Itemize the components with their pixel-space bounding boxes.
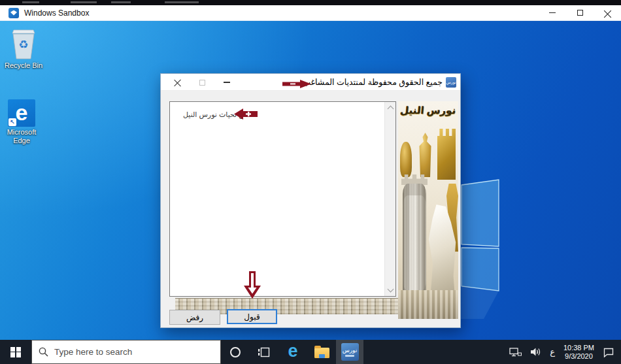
edge-e-glyph: e [16, 101, 28, 124]
start-button[interactable] [0, 340, 31, 364]
gold-tower-piece [437, 129, 456, 180]
taskbar-clock[interactable]: 10:38 PM 9/3/2020 [563, 344, 594, 361]
edge-icon: e [288, 342, 297, 360]
maximize-icon [577, 10, 583, 16]
clock-time: 10:38 PM [563, 344, 594, 352]
dialog-titlebar[interactable]: نورس جميع الحقوق محفوظة لمنتديات المشاغب [161, 74, 460, 91]
taskbar-edge-button[interactable]: e [278, 340, 307, 364]
maximize-button[interactable] [566, 5, 594, 20]
desktop-icon-label: Recycle Bin [3, 61, 44, 70]
close-button[interactable] [594, 5, 621, 20]
search-input[interactable] [54, 347, 214, 357]
gold-chess-piece [417, 133, 433, 177]
taskbar-active-app-button[interactable]: نورس [336, 340, 363, 364]
minimize-icon [549, 12, 556, 13]
textbox-scrollbar[interactable] [384, 102, 395, 296]
wallpaper-windows-logo [458, 156, 505, 319]
strip-mark [165, 1, 199, 3]
task-view-icon [258, 346, 271, 358]
desktop-icon-label: Microsoft Edge [1, 128, 42, 145]
desktop-icon-microsoft-edge[interactable]: e ↖ Microsoft Edge [1, 99, 42, 145]
message-text: مع تحيات نورس النيل [183, 110, 246, 119]
scroll-up-icon[interactable] [388, 106, 394, 112]
dialog-minimize-button[interactable] [216, 74, 238, 91]
minimize-button[interactable] [539, 5, 566, 20]
action-center-icon[interactable] [603, 347, 614, 357]
search-icon [39, 347, 48, 357]
license-textbox[interactable]: مع تحيات نورس النيل [169, 101, 396, 297]
dialog-app-icon: نورس [446, 77, 456, 88]
windows-sandbox-icon [8, 8, 19, 18]
top-cropped-strip [0, 0, 621, 5]
language-indicator[interactable]: ع [550, 347, 555, 357]
taskbar-spacer [363, 340, 509, 364]
cortana-icon [230, 347, 241, 357]
scroll-down-icon[interactable] [388, 286, 394, 293]
shortcut-arrow-icon: ↖ [8, 118, 16, 126]
brand-logo-text: نورس النيل [399, 105, 458, 116]
silver-tower-piece [403, 184, 426, 300]
strip-mark [111, 1, 131, 3]
reject-button[interactable]: رفض [169, 310, 220, 325]
screen: Windows Sandbox ♻ Recycle Bin e [0, 0, 621, 364]
dialog-title: جميع الحقوق محفوظة لمنتديات المشاغب [303, 77, 443, 87]
accept-button[interactable]: قبول [227, 309, 277, 324]
installer-dialog: نورس جميع الحقوق محفوظة لمنتديات المشاغب… [160, 73, 461, 328]
file-explorer-icon [314, 348, 329, 358]
app-icon-label: نورس [343, 347, 358, 354]
volume-icon[interactable] [530, 347, 541, 357]
installer-app-icon: نورس [341, 343, 359, 361]
window-title: Windows Sandbox [24, 8, 89, 18]
gold-chess-piece [400, 142, 412, 177]
strip-mark [71, 1, 97, 3]
desktop-icon-recycle-bin[interactable]: ♻ Recycle Bin [3, 27, 44, 70]
strip-mark [22, 1, 39, 3]
taskbar: e نورس ع 10:38 [0, 340, 621, 364]
dialog-maximize-button-disabled [191, 74, 213, 91]
close-icon [174, 79, 181, 86]
close-icon [604, 9, 611, 16]
desktop-wallpaper: ♻ Recycle Bin e ↖ Microsoft Edge نورس جم… [0, 21, 621, 340]
network-icon[interactable] [509, 347, 522, 357]
maximize-icon [199, 80, 205, 86]
chess-set-photo-panel: نورس النيل [398, 101, 458, 319]
system-tray: ع 10:38 PM 9/3/2020 [509, 340, 621, 364]
sandbox-titlebar[interactable]: Windows Sandbox [0, 5, 621, 21]
recycle-bin-icon: ♻ [10, 27, 37, 60]
recycle-symbol: ♻ [18, 39, 28, 51]
task-view-button[interactable] [250, 340, 278, 364]
taskbar-search[interactable] [31, 340, 221, 364]
edge-icon: e ↖ [8, 99, 35, 127]
minimize-icon [224, 82, 230, 83]
cortana-button[interactable] [221, 340, 250, 364]
windows-start-icon [10, 347, 21, 357]
photo-base [398, 290, 458, 319]
dialog-close-button[interactable] [166, 74, 188, 91]
file-explorer-button[interactable] [307, 340, 336, 364]
clock-date: 9/3/2020 [563, 352, 594, 361]
